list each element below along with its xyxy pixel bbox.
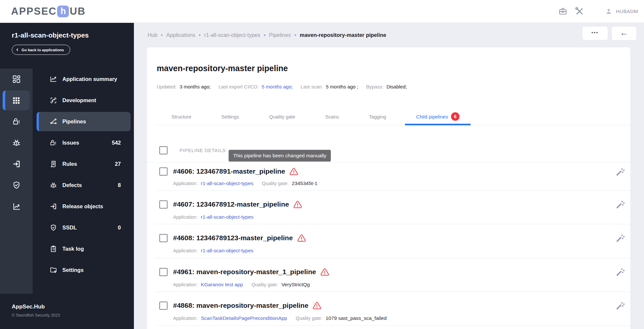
rail-item-release-exit[interactable] (0, 153, 33, 175)
release-objects-icon (50, 203, 57, 210)
tab-label: Structure (171, 114, 191, 119)
sidebar-item-development[interactable]: Development (33, 90, 134, 111)
warning-icon[interactable] (289, 168, 298, 176)
row-checkbox[interactable] (159, 268, 168, 276)
application-link[interactable]: r1-all-scan-object-types (201, 214, 253, 220)
magic-wand-button[interactable] (615, 267, 625, 277)
application-label: Application: (173, 248, 198, 253)
sidebar-item-application-summary[interactable]: Application summary (33, 69, 134, 90)
sidebar-item-settings[interactable]: Settings (33, 259, 134, 281)
rail-item-issues-lock[interactable] (0, 111, 33, 132)
rail-item-dashboard[interactable] (0, 69, 33, 90)
tab-child-pipelines[interactable]: Child pipelines 6 (405, 108, 471, 125)
footer-brand: AppSec.Hub (12, 304, 134, 310)
logo-text-pre: APPSEC (11, 6, 56, 17)
quality-gate-value: 2345345t-1 (292, 180, 317, 186)
tab-label: Quality gate (269, 114, 295, 119)
sidebar-item-label: Release objects (62, 203, 103, 210)
user-icon (605, 8, 613, 15)
sidebar-item-label: SSDL (62, 225, 77, 231)
pipeline-row: #4961: maven-repository-master_1_pipelin… (155, 258, 630, 292)
warning-icon[interactable] (320, 268, 329, 276)
warning-icon[interactable] (293, 201, 302, 209)
sidebar-footer: AppSec.Hub © Swordfish Security 2023 (0, 294, 134, 329)
rail-item-ssdl-shield[interactable] (0, 175, 33, 196)
breadcrumb-separator-dot (295, 34, 296, 36)
application-link[interactable]: ScanTaskDetailsPagePreconditionApp (201, 315, 287, 321)
more-actions-button[interactable]: ••• (582, 26, 608, 40)
footer-copyright: © Swordfish Security 2023 (12, 313, 134, 318)
sidebar-body: Application summary Development (0, 69, 134, 294)
breadcrumb-pipelines[interactable]: Pipelines (269, 32, 291, 38)
sidebar-item-defects[interactable]: Defects 8 (33, 175, 134, 196)
row-checkbox[interactable] (159, 234, 168, 242)
application-link[interactable]: KGaranov test app (201, 282, 243, 288)
quality-gate-label: Quality gate: (251, 282, 278, 287)
meta-value: 3 months ago; (180, 84, 211, 89)
tab-settings[interactable]: Settings (210, 108, 250, 125)
sidebar-item-label: Defects (62, 182, 82, 188)
sidebar-header: r1-all-scan-object-types ‹ Go back to ap… (0, 23, 134, 69)
magic-wand-button[interactable] (615, 233, 625, 243)
breadcrumb-application-name[interactable]: r1-all-scan-object-types (204, 32, 260, 38)
sidebar-item-task-log[interactable]: Task log (33, 238, 134, 259)
breadcrumb-separator-dot (199, 34, 201, 36)
meta-value: Disabled; (386, 84, 407, 89)
sidebar-item-count: 0 (118, 225, 121, 231)
tab-tagging[interactable]: Tagging (358, 108, 397, 125)
ssdl-shield-icon (50, 224, 57, 231)
row-checkbox[interactable] (159, 200, 168, 209)
rail-item-analytics-chart[interactable] (0, 196, 33, 217)
sidebar-item-count: 542 (112, 140, 121, 146)
application-link[interactable]: r1-all-scan-object-types (201, 180, 253, 186)
go-back-button[interactable]: ‹ Go back to applications (12, 45, 70, 55)
icon-rail (0, 69, 33, 294)
tab-label: Tagging (369, 114, 386, 119)
tools-icon[interactable] (575, 7, 584, 16)
rail-item-defects-bug[interactable] (0, 132, 33, 153)
sidebar-item-pipelines[interactable]: Pipelines (33, 111, 134, 132)
sidebar-item-ssdl[interactable]: SSDL 0 (33, 217, 134, 238)
tab-scans[interactable]: Scans (314, 108, 350, 125)
tab-label: Scans (325, 114, 339, 119)
sidebar-item-rules[interactable]: Rules 27 (33, 153, 134, 175)
sidebar-item-label: Pipelines (62, 118, 86, 125)
warning-icon[interactable] (313, 302, 321, 310)
meta-value: 5 months ago ; (326, 84, 358, 89)
application-summary-icon (50, 75, 57, 83)
breadcrumb-applications[interactable]: Applications (166, 32, 195, 38)
sidebar-item-count: 27 (115, 161, 121, 167)
magic-wand-button[interactable] (615, 200, 625, 210)
row-checkbox[interactable] (159, 302, 168, 310)
settings-folder-icon (50, 266, 57, 274)
warning-icon[interactable] (297, 234, 306, 242)
quality-gate-label: Quality gate: (262, 181, 288, 186)
user-menu[interactable]: HUBADM (605, 8, 638, 15)
rail-item-applications-grid[interactable] (0, 90, 33, 111)
magic-wand-button[interactable] (615, 301, 625, 311)
application-link[interactable]: r1-all-scan-object-types (201, 248, 253, 254)
logo-h-block: h (57, 6, 69, 17)
application-label: Application: (173, 214, 198, 220)
tab-structure[interactable]: Structure (160, 108, 202, 125)
pipeline-title: #4606: 123467891-master_pipeline (173, 167, 285, 175)
task-log-icon (50, 245, 57, 253)
meta-export-link[interactable]: 5 months ago; (262, 84, 293, 89)
tab-label: Settings (221, 114, 239, 119)
quality-gate-value: VeryStrictQg (282, 282, 310, 288)
development-icon (50, 97, 57, 104)
back-arrow-button[interactable]: ← (611, 26, 637, 40)
top-header: APPSEC h UB (0, 0, 644, 23)
magic-wand-button[interactable] (615, 167, 625, 177)
tab-quality-gate[interactable]: Quality gate (258, 108, 306, 125)
pipeline-rows: #4606: 123467891-master_pipeline Applica… (147, 162, 630, 326)
sidebar-item-label: Task log (62, 246, 84, 252)
row-checkbox[interactable] (159, 167, 168, 176)
sidebar-menu: Application summary Development (33, 69, 134, 294)
breadcrumb-hub[interactable]: Hub (148, 32, 157, 38)
sidebar-item-release-objects[interactable]: Release objects (33, 196, 134, 217)
briefcase-icon[interactable] (558, 7, 567, 16)
sidebar-item-issues[interactable]: Issues 542 (33, 132, 134, 153)
select-all-checkbox[interactable] (159, 146, 168, 154)
pipelines-icon (50, 118, 57, 125)
